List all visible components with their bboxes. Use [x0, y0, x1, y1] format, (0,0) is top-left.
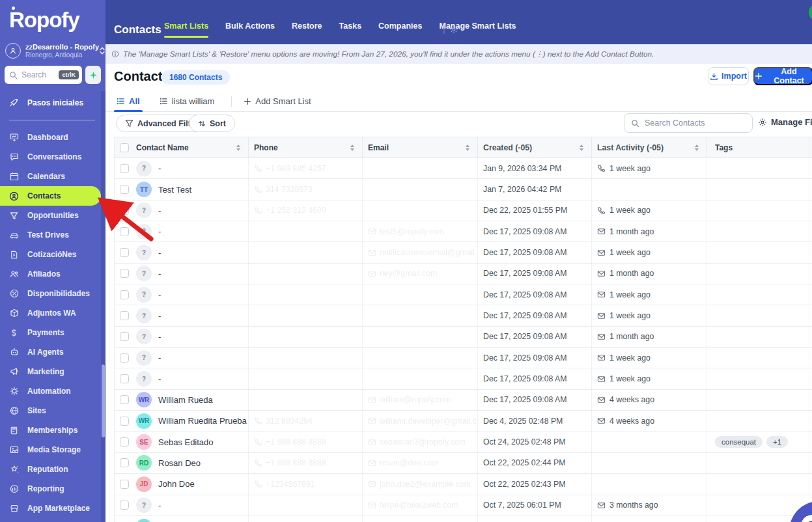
- sidebar-scrollbar-thumb[interactable]: [102, 364, 105, 437]
- quick-actions-button[interactable]: [85, 66, 101, 84]
- row-checkbox[interactable]: [120, 311, 129, 320]
- row-checkbox[interactable]: [120, 437, 129, 446]
- sidebar-item-sites[interactable]: Sites: [0, 401, 105, 420]
- row-checkbox[interactable]: [120, 332, 129, 341]
- phone-icon[interactable]: [809, 4, 812, 21]
- table-row[interactable]: ?-Dec 17, 2025 09:08 AM1 week ago: [115, 305, 812, 326]
- account-switcher[interactable]: zzDesarrollo - Ropofy Rionegro, Antioqui…: [4, 40, 102, 61]
- contact-name[interactable]: William Rueda: [158, 395, 213, 405]
- sidebar-item-conversations[interactable]: Conversations: [0, 147, 105, 167]
- row-checkbox[interactable]: [120, 206, 129, 215]
- table-row[interactable]: ?-felipe@bike2web.comOct 7, 2025 06:01 P…: [115, 495, 812, 516]
- tab-lista-william[interactable]: lista william: [157, 91, 217, 112]
- add-smart-list-button[interactable]: Add Smart List: [244, 96, 311, 106]
- table-row[interactable]: ?-+1 989 885 4257Jan 9, 2026 03:34 PM1 w…: [115, 158, 812, 179]
- topnav-tab-companies[interactable]: Companies: [378, 21, 422, 33]
- table-row[interactable]: RDRosan Deo+1 888 888 8888rosan@doe.comO…: [115, 453, 812, 474]
- row-checkbox[interactable]: [120, 458, 129, 467]
- table-row[interactable]: [115, 516, 812, 522]
- contact-name[interactable]: Rosan Deo: [158, 458, 201, 468]
- contact-name[interactable]: -: [158, 290, 161, 299]
- sidebar-item-dashboard[interactable]: Dashboard: [0, 128, 105, 147]
- manage-fields-button[interactable]: Manage Fields: [758, 117, 812, 127]
- row-checkbox[interactable]: [120, 353, 129, 363]
- contact-name[interactable]: -: [158, 374, 161, 384]
- contact-name[interactable]: -: [158, 206, 161, 215]
- row-checkbox[interactable]: [120, 164, 129, 173]
- row-checkbox[interactable]: [120, 417, 129, 426]
- contact-name[interactable]: -: [158, 501, 161, 510]
- sidebar-item-ai-agents[interactable]: AI Agents: [0, 342, 105, 362]
- sidebar-item-afiliados[interactable]: Afiliados: [0, 264, 105, 284]
- sidebar-item-calendars[interactable]: Calendars: [0, 167, 105, 186]
- sidebar-item-marketing[interactable]: Marketing: [0, 362, 105, 381]
- table-row[interactable]: WRWilliam Ruedawilliam@ropofy.comDec 17,…: [115, 390, 812, 411]
- row-checkbox[interactable]: [120, 248, 129, 257]
- search-contacts-input[interactable]: Search Contacts: [624, 113, 753, 133]
- table-row[interactable]: ?-Dec 17, 2025 09:08 AM1 week ago: [115, 348, 812, 368]
- table-row[interactable]: ?-notificacionesemail@gmail.cDec 17, 202…: [115, 242, 812, 263]
- row-checkbox[interactable]: [120, 269, 129, 278]
- table-row[interactable]: ?-ney@gmail.comDec 17, 2025 09:08 AM1 mo…: [115, 264, 812, 284]
- sort-carets-icon[interactable]: [350, 144, 354, 151]
- sidebar-item-app-marketplace[interactable]: App Marketplace: [0, 499, 105, 518]
- contact-name[interactable]: Test Test: [158, 185, 191, 195]
- row-checkbox[interactable]: [120, 227, 129, 236]
- column-header-phone[interactable]: Phone: [249, 137, 363, 158]
- row-checkbox[interactable]: [120, 395, 129, 404]
- tab-all[interactable]: All: [114, 91, 143, 112]
- sidebar-item-reporting[interactable]: Reporting: [0, 479, 105, 499]
- column-header-created-05-[interactable]: Created (-05): [478, 137, 592, 158]
- table-row[interactable]: WRWilliam Ruedita Prueba312 8934294willi…: [115, 411, 812, 432]
- import-button[interactable]: Import: [708, 67, 749, 85]
- topnav-tab-restore[interactable]: Restore: [292, 21, 322, 33]
- contact-name[interactable]: Sebas Editado: [158, 437, 214, 447]
- column-header-last-activity-05-[interactable]: Last Activity (-05): [592, 137, 707, 158]
- sort-carets-icon[interactable]: [695, 144, 699, 151]
- topnav-tab-smart-lists[interactable]: Smart Lists: [164, 21, 208, 33]
- contact-name[interactable]: -: [158, 311, 161, 321]
- add-contact-button[interactable]: Add Contact: [753, 67, 812, 85]
- column-header-contact-name[interactable]: Contact Name: [134, 137, 249, 158]
- sort-carets-icon[interactable]: [580, 144, 583, 151]
- table-row[interactable]: SESebas Editado+1 888 888 8888sebastian3…: [115, 432, 812, 452]
- table-row[interactable]: ?-+1 252 313 4600Dec 22, 2025 01:55 PM1 …: [115, 200, 812, 221]
- column-header-email[interactable]: Email: [363, 137, 478, 158]
- table-row[interactable]: ?-Dec 17, 2025 09:08 AM1 week ago: [115, 284, 812, 305]
- contact-name[interactable]: -: [158, 163, 161, 173]
- contact-name[interactable]: -: [158, 353, 161, 363]
- topnav-tab-bulk-actions[interactable]: Bulk Actions: [225, 21, 275, 33]
- sidebar-item-contacts[interactable]: Contacts: [0, 186, 101, 206]
- sidebar-item-test-drives[interactable]: Test Drives: [0, 225, 105, 245]
- row-checkbox[interactable]: [120, 480, 129, 489]
- row-checkbox[interactable]: [120, 501, 129, 510]
- table-row[interactable]: JDJohn Doe+1234567891john.doe2@example.c…: [115, 474, 812, 495]
- search-input[interactable]: Search ctrlK: [5, 66, 82, 84]
- table-row[interactable]: ?-test5@ropofy.comDec 17, 2025 09:08 AM1…: [115, 221, 812, 242]
- sidebar-item-adjuntos-wa[interactable]: Adjuntos WA: [0, 303, 105, 323]
- sidebar-item-cotizaci-nes[interactable]: CotizacióNes: [0, 245, 105, 264]
- table-row[interactable]: ?-Dec 17, 2025 09:08 AM1 week ago: [115, 368, 812, 389]
- contact-name[interactable]: -: [158, 227, 161, 236]
- contact-name[interactable]: -: [158, 332, 161, 342]
- sort-button[interactable]: Sort: [189, 115, 235, 132]
- contact-name[interactable]: John Doe: [158, 479, 195, 489]
- row-checkbox[interactable]: [120, 290, 129, 299]
- row-checkbox[interactable]: [120, 374, 129, 383]
- sidebar-item-pasos-iniciales[interactable]: Pasos iniciales: [0, 94, 101, 112]
- sidebar-item-reputation[interactable]: Reputation: [0, 460, 105, 479]
- sidebar-item-payments[interactable]: Payments: [0, 323, 105, 342]
- sidebar-item-disponibilidades[interactable]: Disponibilidades: [0, 284, 105, 303]
- sort-carets-icon[interactable]: [236, 144, 240, 151]
- sort-carets-icon[interactable]: [466, 144, 469, 151]
- sidebar-item-automation[interactable]: Automation: [0, 381, 105, 401]
- gear-icon[interactable]: [449, 25, 458, 34]
- sidebar-item-media-storage[interactable]: Media Storage: [0, 440, 105, 460]
- select-all-checkbox[interactable]: [120, 143, 129, 152]
- sidebar-item-memberships[interactable]: Memberships: [0, 420, 105, 440]
- row-checkbox[interactable]: [120, 185, 129, 194]
- contact-name[interactable]: William Ruedita Prueba: [158, 416, 247, 426]
- topnav-tab-tasks[interactable]: Tasks: [339, 21, 362, 33]
- table-row[interactable]: TTTest Test314 7338573Jan 7, 2026 04:42 …: [115, 179, 812, 200]
- table-row[interactable]: ?-Dec 17, 2025 09:08 AM1 month ago: [115, 327, 812, 348]
